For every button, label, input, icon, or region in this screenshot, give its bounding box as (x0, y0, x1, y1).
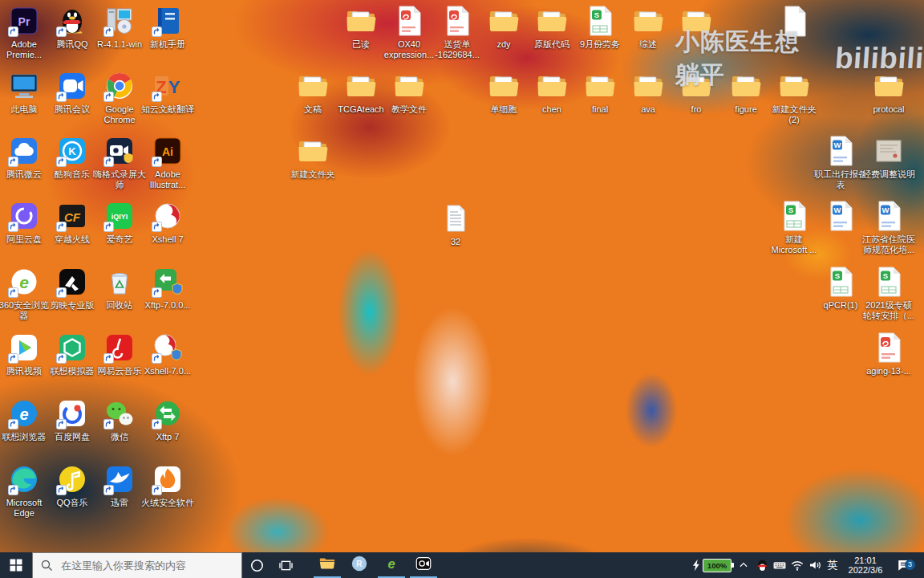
action-center-button[interactable]: 3 (890, 558, 918, 572)
lenovo-emulator-icon (56, 332, 88, 364)
keyboard-tray-icon[interactable] (771, 552, 788, 578)
tray-expand-chevron[interactable] (734, 552, 753, 578)
shortcut-arrow-icon (103, 26, 114, 37)
icon-label: 综述 (619, 39, 677, 50)
google-chrome-icon (103, 70, 136, 102)
folder-figure-icon (730, 70, 762, 102)
shortcut-arrow-icon (56, 92, 67, 102)
file-explorer-icon (318, 555, 336, 576)
xshell-7-icon (152, 200, 184, 232)
clock[interactable]: 21:01 2022/3/6 (841, 556, 890, 576)
txt-32-icon (440, 202, 472, 234)
desktop-icon-folder-new-2[interactable]: 新建文件夹 (2) (765, 70, 823, 125)
svg-text:e: e (387, 556, 395, 571)
ime-indicator[interactable]: 英 (824, 558, 841, 572)
search-input[interactable] (59, 559, 223, 572)
desktop-icon-folder-protocal[interactable]: protocal (860, 70, 918, 115)
jianying-pro-icon (56, 266, 88, 298)
r-app-icon: R (351, 555, 368, 576)
svg-text:iQIYI: iQIYI (111, 213, 128, 221)
desktop-icon-xftp-setup[interactable]: Xftp-7.0.0... (139, 266, 197, 311)
sheet-qpcr-icon: S (825, 266, 857, 298)
icon-label: Xftp 7 (139, 432, 197, 442)
desktop-icon-sheet-2021-rotation[interactable]: S2021级专硕 轮转安排（... (860, 266, 918, 321)
folder-chen-icon (536, 70, 568, 102)
icon-label: 江苏省住院医 师规范化培... (860, 234, 918, 255)
desktop-icon-zhiyun-translate[interactable]: ZY知云文献翻译 (139, 70, 197, 115)
shortcut-arrow-icon (56, 485, 67, 495)
clock-time: 21:01 (841, 556, 890, 566)
doc-songhuodan-icon (441, 5, 473, 37)
aliyun-drive-icon (8, 200, 40, 232)
icon-label: aging-13-... (860, 366, 918, 377)
crossfire-icon: CF (56, 200, 88, 232)
taskbar: Re 100% (0, 552, 924, 578)
desktop-icon-adobe-illustrator[interactable]: AiAdobe Illustrat... (139, 135, 197, 190)
desktop-icon-txt-32[interactable]: 32 (427, 202, 484, 247)
desktop-icon-file-unlabeled[interactable] (765, 5, 823, 39)
desktop-icon-xshell-setup[interactable]: Xshell-7.0... (139, 332, 197, 377)
tencent-meeting-icon (56, 70, 88, 102)
sheet-2021-rotation-icon: S (873, 266, 905, 298)
desktop-icon-img-jingfei[interactable]: 经费调整说明 (860, 135, 918, 180)
shortcut-arrow-icon (152, 287, 162, 298)
doc-ox40-icon (393, 5, 425, 37)
folder-fro-icon (680, 70, 712, 102)
icon-label: 火绒安全软件 (139, 498, 197, 508)
shortcut-arrow-icon (56, 419, 67, 429)
file-unlabeled-icon (778, 5, 810, 37)
shortcut-arrow-icon (56, 287, 67, 298)
taskbar-app-r-app[interactable]: R (343, 552, 375, 578)
sheet-september-labor-icon: S (584, 5, 616, 37)
volume-tray-icon[interactable] (806, 552, 824, 578)
shortcut-arrow-icon (8, 26, 18, 37)
shortcut-arrow-icon (103, 222, 114, 232)
folder-new-icon (297, 135, 329, 167)
desktop-icon-folder-unlabeled[interactable] (667, 5, 725, 39)
network-tray-icon[interactable] (788, 552, 806, 578)
cortana-button[interactable] (242, 552, 271, 578)
thunder-icon (103, 463, 136, 495)
recycle-bin-icon (103, 266, 136, 298)
svg-text:S: S (883, 271, 888, 280)
adobe-premiere-icon: Pr (8, 5, 40, 37)
doc-zhigong-report-icon: W (825, 135, 857, 167)
icon-label: 32 (427, 237, 484, 247)
hige-screen-recorder-icon (103, 135, 136, 167)
qq-music-icon (56, 463, 88, 495)
folder-zongshu-icon (632, 5, 664, 37)
folder-wengao-icon (297, 70, 329, 102)
shortcut-arrow-icon (56, 222, 67, 232)
shortcut-arrow-icon (56, 26, 67, 37)
desktop-icon-pdf-aging13[interactable]: aging-13-... (860, 332, 918, 377)
taskbar-app-screen-recorder-taskbar[interactable] (407, 552, 440, 578)
desktop-icon-new-machine-manual[interactable]: 新机手册 (139, 5, 197, 50)
battery-percent: 100% (707, 561, 727, 570)
tencent-video-icon (8, 332, 40, 364)
browser-360-icon: e (8, 266, 40, 298)
icon-label: 新建 Microsoft ... (765, 234, 823, 255)
shortcut-arrow-icon (8, 485, 18, 495)
battery-indicator[interactable]: 100% (703, 559, 732, 572)
desktop-icon-xshell-7[interactable]: Xshell 7 (139, 200, 197, 245)
desktop-icon-doc-jiangsu[interactable]: W江苏省住院医 师规范化培... (860, 200, 918, 255)
desktop-icon-folder-new[interactable]: 新建文件夹 (284, 135, 342, 180)
adobe-illustrator-icon: Ai (152, 135, 184, 167)
folder-yidu-icon (345, 5, 377, 37)
desktop-icon-folder-jiaoxue[interactable]: 教学文件 (380, 70, 438, 115)
taskbar-app-browser-360-taskbar[interactable]: e (375, 552, 407, 578)
start-button[interactable] (0, 552, 32, 578)
svg-text:R: R (356, 560, 363, 568)
r-4-1-1-win-icon (103, 5, 136, 37)
qq-tray-icon[interactable] (753, 552, 771, 578)
icon-label: 教学文件 (380, 104, 438, 115)
shortcut-arrow-icon (152, 419, 162, 429)
desktop-icon-huorong-security[interactable]: 火绒安全软件 (139, 463, 197, 508)
taskbar-app-file-explorer[interactable] (311, 552, 343, 578)
lenovo-browser-icon: e (8, 397, 40, 429)
svg-text:Ai: Ai (162, 145, 173, 158)
task-view-button[interactable] (271, 552, 300, 578)
desktop-icon-xftp-7[interactable]: Xftp 7 (139, 397, 197, 442)
svg-text:K: K (68, 145, 76, 157)
search-box[interactable] (32, 552, 242, 578)
